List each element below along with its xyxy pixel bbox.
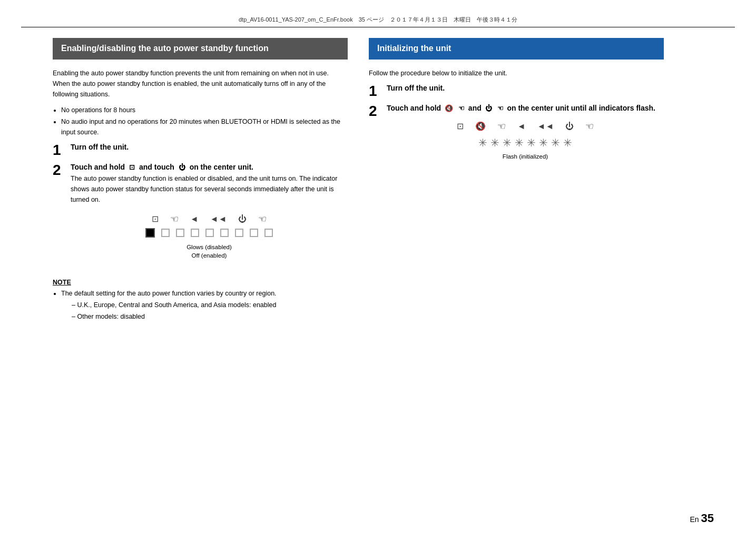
flash-star-6: ✳: [539, 137, 548, 148]
left-indicator-diagram: ⊡ ☜ ◄ ◄◄ ⏻ ☜: [130, 213, 288, 260]
left-section-title: Enabling/disabling the auto power standb…: [61, 44, 269, 53]
flash-star-3: ✳: [503, 137, 512, 148]
light-off-1: [161, 229, 170, 237]
power-icon-right: ⏻: [485, 104, 492, 112]
power-icon: ⏻: [179, 163, 185, 171]
right-step2-title-end: on the center unit until all indicators …: [507, 104, 655, 112]
flash-star-5: ✳: [527, 137, 536, 148]
left-intro-text: Enabling the auto power standby function…: [53, 68, 348, 100]
flash-star-8: ✳: [563, 137, 572, 148]
icons-top-row-right: ⊡ 🔇 ☜ ◄ ◄◄ ⏻ ☜: [457, 121, 594, 132]
flash-star-2: ✳: [490, 137, 499, 148]
page-container: dtp_AV16-0011_YAS-207_om_C_EnFr.book 35 …: [0, 0, 756, 541]
flash-star-7: ✳: [551, 137, 560, 148]
diagram-label-line2: Off (enabled): [192, 252, 227, 259]
bullet-item-1: No operations for 8 hours: [61, 105, 348, 115]
right-step-2: 2 Touch and hold 🔇 ☜ and ⏻ ☜ on the cent…: [369, 104, 664, 169]
right-step2-title-mid: and: [468, 104, 482, 112]
diagram-label-line1: Glows (disabled): [186, 244, 232, 250]
sound-icon-left: ◄: [190, 214, 199, 224]
note-sub-bullets: U.K., Europe, Central and South America,…: [72, 300, 348, 322]
icons-top-row-left: ⊡ ☜ ◄ ◄◄ ⏻ ☜: [152, 213, 267, 225]
lights-row-left: [145, 228, 273, 238]
touch-hand-right-4: ☜: [585, 121, 594, 132]
touch-hand-left-2: ☜: [258, 213, 267, 225]
right-step-1: 1 Turn off the unit.: [369, 84, 664, 99]
flash-star-1: ✳: [478, 137, 487, 148]
left-step1-number: 1: [53, 143, 65, 158]
top-metadata: dtp_AV16-0011_YAS-207_om_C_EnFr.book 35 …: [21, 16, 735, 27]
right-column: Initializing the unit Follow the procedu…: [369, 38, 664, 327]
right-diagram-label: Flash (initialized): [503, 152, 548, 161]
mute-sym-right: 🔇: [475, 121, 486, 131]
bullet-item-2: No audio input and no operations for 20 …: [61, 116, 348, 137]
right-step1-number: 1: [369, 84, 381, 99]
left-diagram-label: Glows (disabled) Off (enabled): [186, 243, 232, 260]
page-number: 35: [701, 512, 714, 525]
right-step2-number: 2: [369, 104, 381, 119]
right-diagram-label-text: Flash (initialized): [503, 153, 548, 160]
page-number-container: En 35: [690, 512, 714, 525]
volume-icon-right: ◄◄: [537, 122, 554, 131]
note-bullet-1: The default setting for the auto power f…: [61, 288, 348, 299]
light-off-4: [205, 229, 214, 237]
left-step-1: 1 Turn off the unit.: [53, 143, 348, 158]
right-step2-title-text1: Touch and hold: [387, 104, 441, 112]
light-glow: [145, 228, 155, 238]
right-step1-content: Turn off the unit.: [387, 84, 664, 94]
left-step2-title-end: on the center unit.: [190, 163, 253, 171]
volume-icon-left: ◄◄: [210, 214, 227, 224]
note-title: NOTE: [53, 279, 348, 286]
input-source-icon: ⊡: [129, 163, 135, 171]
file-info-text: dtp_AV16-0011_YAS-207_om_C_EnFr.book 35 …: [239, 16, 517, 23]
power-icon-left: ⏻: [238, 214, 247, 224]
light-off-8: [264, 229, 273, 237]
right-intro-text: Follow the procedure below to initialize…: [369, 68, 664, 78]
light-off-2: [176, 229, 184, 237]
right-section-title-box: Initializing the unit: [369, 38, 664, 60]
right-step1-title: Turn off the unit.: [387, 84, 664, 92]
light-off-3: [191, 229, 199, 237]
mute-icon-right: 🔇: [445, 104, 453, 112]
left-step2-title-text1: Touch and hold: [71, 163, 125, 171]
sound-icon-right: ◄: [517, 122, 526, 131]
input-icon-left: ⊡: [152, 214, 159, 224]
touch-hand-right: ☜: [458, 104, 465, 112]
left-section-title-box: Enabling/disabling the auto power standb…: [53, 38, 348, 60]
right-section-title: Initializing the unit: [377, 44, 451, 53]
power-sym-right: ⏻: [565, 122, 574, 131]
light-off-6: [235, 229, 243, 237]
left-step2-title: Touch and hold ⊡ and touch ⏻ on the cent…: [71, 163, 348, 171]
touch-hand-right-2: ☜: [497, 104, 504, 112]
left-step1-content: Turn off the unit.: [71, 143, 348, 153]
light-off-7: [250, 229, 258, 237]
note-bullet-list: The default setting for the auto power f…: [61, 288, 348, 322]
flash-star-4: ✳: [515, 137, 524, 148]
page-lang: En: [690, 515, 699, 524]
note-sub-bullet-1: U.K., Europe, Central and South America,…: [72, 300, 348, 310]
left-step2-number: 2: [53, 163, 65, 178]
touch-hand-left-1: ☜: [170, 213, 179, 225]
touch-hand-right-3: ☜: [497, 121, 506, 132]
left-step2-content: Touch and hold ⊡ and touch ⏻ on the cent…: [71, 163, 348, 268]
note-section: NOTE The default setting for the auto po…: [53, 279, 348, 322]
light-off-5: [220, 229, 229, 237]
right-step2-title: Touch and hold 🔇 ☜ and ⏻ ☜ on the center…: [387, 104, 664, 112]
left-bullet-list: No operations for 8 hours No audio input…: [61, 105, 348, 137]
input-icon-right: ⊡: [457, 121, 464, 131]
left-column: Enabling/disabling the auto power standb…: [53, 38, 348, 327]
left-step2-title-mid: and touch: [139, 163, 174, 171]
main-content: Enabling/disabling the auto power standb…: [21, 38, 735, 327]
left-step-2: 2 Touch and hold ⊡ and touch ⏻ on the ce…: [53, 163, 348, 268]
left-step1-title: Turn off the unit.: [71, 143, 348, 151]
note-sub-bullet-2: Other models: disabled: [72, 311, 348, 322]
right-step2-content: Touch and hold 🔇 ☜ and ⏻ ☜ on the center…: [387, 104, 664, 169]
left-step2-body: The auto power standby function is enabl…: [71, 173, 348, 205]
flash-row-right: ✳ ✳ ✳ ✳ ✳ ✳ ✳ ✳: [478, 137, 572, 148]
right-indicator-diagram: ⊡ 🔇 ☜ ◄ ◄◄ ⏻ ☜ ✳ ✳ ✳: [446, 121, 604, 161]
